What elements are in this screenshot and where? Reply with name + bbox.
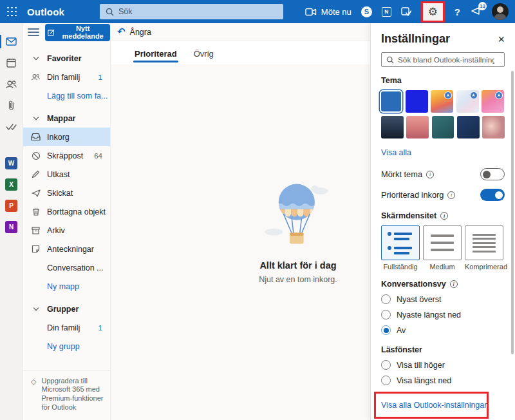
mail-toolbar: ↶ Ångra <box>111 23 370 41</box>
gem-icon: ◇ <box>31 377 36 412</box>
sidebar-item-deleted[interactable]: Borttagna objekt <box>23 202 110 221</box>
global-search[interactable] <box>100 4 283 19</box>
sidebar-item-conversation[interactable]: Conversation ... <box>23 258 110 277</box>
density-option-medium[interactable] <box>423 225 462 260</box>
section-favorites[interactable]: Favoriter <box>23 49 110 68</box>
sidebar-item-notes[interactable]: Anteckningar <box>23 240 110 258</box>
star-icon: ★ <box>495 91 503 99</box>
density-row: Skärmdensitet i <box>381 211 505 220</box>
skype-icon[interactable]: S <box>361 6 372 17</box>
density-label: Skärmdensitet <box>381 211 436 220</box>
theme-tile-royal-blue[interactable] <box>406 90 428 113</box>
app-launcher-icon[interactable] <box>7 7 17 17</box>
chevron-down-icon <box>31 117 41 119</box>
density-option-full[interactable] <box>381 225 420 260</box>
new-message-button[interactable]: Nytt meddelande <box>45 24 110 41</box>
rail-tasks-icon[interactable] <box>0 116 23 137</box>
app-rail: W X P N <box>0 23 23 420</box>
compose-icon <box>48 28 55 37</box>
rail-attachments-icon[interactable] <box>0 95 23 116</box>
rail-calendar-icon[interactable] <box>0 52 23 73</box>
group-count: 1 <box>98 324 102 332</box>
density-full-icon <box>388 232 413 254</box>
view-all-settings-link[interactable]: Visa alla Outlook-inställningar <box>381 401 482 410</box>
radio-conversation-off[interactable]: Av <box>381 325 505 335</box>
sidebar-item-junk[interactable]: Skräppost 64 <box>23 146 110 165</box>
sidebar-item-inbox[interactable]: Inkorg <box>23 128 110 146</box>
inbox-icon <box>31 133 41 141</box>
settings-search[interactable] <box>381 52 505 67</box>
chevron-down-icon <box>31 57 41 59</box>
word-icon[interactable]: W <box>5 157 17 169</box>
theme-tile-pastel[interactable]: ★ <box>456 90 479 113</box>
theme-tile-palms[interactable] <box>406 116 429 138</box>
focused-inbox-toggle[interactable] <box>480 189 505 201</box>
todo-icon[interactable] <box>401 7 411 17</box>
sidebar-item-new-folder[interactable]: Ny mapp <box>23 277 110 296</box>
search-icon <box>106 8 114 16</box>
onenote-feed-icon[interactable]: N <box>382 7 391 17</box>
theme-tile-unicorn[interactable]: ★ <box>482 90 504 113</box>
tab-focused[interactable]: Prioriterad <box>135 49 177 64</box>
folder-sidebar: Nytt meddelande Favoriter Din familj 1 <box>23 23 111 420</box>
density-option-compact[interactable] <box>465 225 503 260</box>
close-icon[interactable]: × <box>498 33 505 45</box>
account-avatar[interactable] <box>492 3 509 20</box>
section-folders[interactable]: Mappar <box>23 109 110 128</box>
hamburger-icon[interactable] <box>28 28 39 36</box>
excel-icon[interactable]: X <box>5 178 17 191</box>
sidebar-item-sent[interactable]: Skickat <box>23 184 110 202</box>
people-icon <box>31 73 41 81</box>
powerpoint-icon[interactable]: P <box>5 200 17 212</box>
settings-search-input[interactable] <box>398 55 494 64</box>
upgrade-banner[interactable]: ◇ Uppgradera till Microsoft 365 med Prem… <box>23 370 110 420</box>
settings-panel: Inställningar × Tema ★ ★ ★ <box>370 23 515 420</box>
help-button[interactable]: ? <box>454 6 460 17</box>
section-groups[interactable]: Grupper <box>23 300 110 318</box>
settings-scrollbar[interactable] <box>511 71 514 354</box>
chevron-down-icon <box>31 308 41 310</box>
rail-people-icon[interactable] <box>0 73 23 95</box>
theme-tile-glow[interactable] <box>482 116 505 138</box>
theme-tile-rainbow[interactable]: ★ <box>431 90 453 113</box>
hot-air-balloon-illustration <box>263 179 333 249</box>
undo-button[interactable]: Ångra <box>130 28 151 37</box>
theme-tile-mountains[interactable] <box>381 116 404 138</box>
pencil-icon <box>31 170 41 178</box>
rail-mail-icon[interactable] <box>0 31 23 52</box>
unread-count: 1 <box>98 73 102 81</box>
sidebar-item-drafts[interactable]: Utkast <box>23 165 110 184</box>
radio-show-bottom[interactable]: Visa längst ned <box>381 376 505 385</box>
block-icon <box>31 151 41 160</box>
dark-mode-label: Mörkt tema <box>381 169 422 179</box>
theme-label: Tema <box>381 76 505 85</box>
search-input[interactable] <box>118 7 260 16</box>
info-icon[interactable]: i <box>426 171 434 178</box>
info-icon[interactable]: i <box>440 212 448 220</box>
note-icon <box>31 245 41 253</box>
radio-icon <box>381 294 391 304</box>
radio-newest-on-bottom[interactable]: Nyaste längst ned <box>381 310 505 320</box>
theme-tile-blue-selected[interactable] <box>381 91 401 111</box>
whats-new-button[interactable]: 13 <box>470 6 482 18</box>
radio-show-right[interactable]: Visa till höger <box>381 360 505 370</box>
sidebar-item-archive[interactable]: Arkiv <box>23 221 110 240</box>
view-all-themes-link[interactable]: Visa alla <box>381 148 505 157</box>
info-icon[interactable]: i <box>450 280 458 288</box>
junk-count: 64 <box>94 152 102 160</box>
sidebar-item-group-din-familj[interactable]: Din familj 1 <box>23 318 110 337</box>
sidebar-item-new-group[interactable]: Ny grupp <box>23 337 110 356</box>
focused-inbox-row: Prioriterad inkorg i <box>381 189 505 201</box>
tab-other[interactable]: Övrig <box>194 49 214 64</box>
sidebar-item-add-favorite[interactable]: Lägg till som fa... <box>23 86 110 105</box>
theme-tile-innovation[interactable] <box>457 116 480 138</box>
theme-tile-circuit[interactable] <box>432 116 454 138</box>
dark-mode-toggle[interactable] <box>480 168 505 180</box>
onenote-icon[interactable]: N <box>5 221 17 233</box>
radio-icon <box>381 360 391 370</box>
settings-gear-icon[interactable]: ⚙ <box>428 6 438 17</box>
radio-newest-on-top[interactable]: Nyast överst <box>381 294 505 304</box>
sidebar-item-din-familj[interactable]: Din familj 1 <box>23 68 110 86</box>
info-icon[interactable]: i <box>447 191 455 199</box>
meet-now-button[interactable]: Möte nu <box>305 7 351 17</box>
